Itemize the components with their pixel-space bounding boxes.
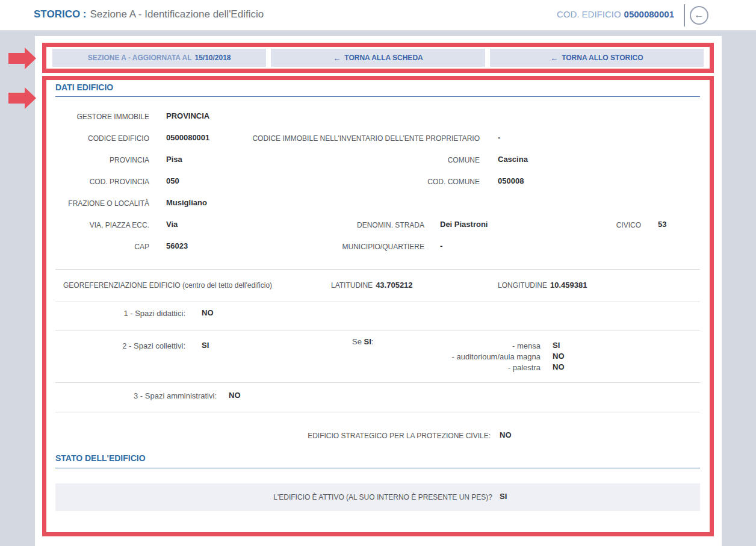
codice-immobile-label: CODICE IMMOBILE NELL'INVENTARIO DELL'ENT… [227, 134, 480, 143]
comune-value: Cascina [498, 155, 528, 164]
municipio-label: MUNICIPIO/QUARTIERE [227, 243, 424, 251]
civico-label: CIVICO [528, 221, 641, 229]
row-divider [55, 330, 700, 330]
cod-comune-value: 050008 [498, 176, 524, 185]
annotation-arrow-icon [8, 87, 36, 109]
tab-torna-allo-storico-label: TORNA ALLO STORICO [562, 54, 643, 62]
municipio-value: - [440, 241, 442, 250]
longitudine-value: 10.459381 [550, 281, 587, 290]
tab-sezione-a-date: 15/10/2018 [194, 54, 231, 62]
tab-sezione-a[interactable]: SEZIONE A - AGGIORNATA AL 15/10/2018 [52, 49, 266, 67]
auditorium-value: NO [553, 352, 565, 361]
back-button[interactable]: ← [690, 6, 708, 25]
cod-provincia-label: COD. PROVINCIA [46, 178, 149, 186]
cap-label: CAP [46, 243, 149, 251]
spazi-didattici-label: 1 - Spazi didattici: [46, 309, 185, 318]
spazi-didattici-value: NO [202, 308, 214, 317]
spazi-collettivi-label: 2 - Spazi collettivi: [46, 341, 185, 350]
cod-comune-label: COD. COMUNE [227, 178, 480, 186]
spazi-amministrativi-label: 3 - Spazi amministrativi: [46, 391, 217, 400]
georef-label: GEOREFERENZIAZIONE EDIFICIO (centro del … [63, 281, 272, 290]
mensa-value: SI [553, 341, 560, 350]
arrow-left-circle-icon: ← [694, 9, 704, 20]
dati-edificio-heading: DATI EDIFICIO [55, 82, 113, 92]
building-code-value: 0500080001 [624, 9, 674, 19]
denom-strada-value: Dei Piastroni [440, 220, 488, 229]
heading-underline [55, 96, 700, 97]
latitudine-field: LATITUDINE43.705212 [331, 281, 413, 290]
annotation-box-tabs: SEZIONE A - AGGIORNATA AL 15/10/2018 ← T… [42, 43, 714, 73]
page-title-prefix: STORICO : [34, 8, 87, 20]
comune-label: COMUNE [227, 156, 480, 164]
row-divider [55, 412, 700, 412]
stato-edificio-heading: STATO DELL'EDIFICIO [55, 453, 146, 463]
page-title: STORICO :Sezione A - Identificazione del… [34, 8, 264, 20]
latitudine-value: 43.705212 [376, 281, 412, 290]
provincia-value: Pisa [166, 155, 182, 164]
row-divider [55, 269, 700, 270]
auditorium-label: - auditorioum/aula magna [347, 352, 541, 361]
provincia-label: PROVINCIA [46, 156, 149, 164]
heading-underline [55, 468, 700, 468]
longitudine-field: LONGITUDINE10.459381 [498, 281, 587, 290]
spazi-amministrativi-value: NO [229, 391, 241, 400]
annotation-arrow-icon [8, 48, 36, 69]
arrow-left-icon: ← [550, 54, 558, 63]
codice-edificio-label: CODICE EDIFICIO [46, 134, 149, 143]
building-code: COD. EDIFICIO0500080001 [557, 9, 674, 19]
latitudine-label: LATITUDINE [331, 281, 373, 290]
row-divider [55, 302, 700, 302]
frazione-value: Musigliano [166, 198, 207, 207]
edificio-attivo-value: SI [500, 492, 507, 501]
codice-immobile-value: - [498, 133, 500, 142]
edificio-attivo-label: L'EDIFICIO È ATTIVO (AL SUO INTERNO È PR… [107, 493, 492, 501]
denom-strada-label: DENOMIN. STRADA [227, 221, 424, 229]
top-header-bar: STORICO :Sezione A - Identificazione del… [0, 0, 756, 31]
via-piazza-value: Via [166, 220, 178, 229]
tab-bar: SEZIONE A - AGGIORNATA AL 15/10/2018 ← T… [46, 47, 710, 69]
page-title-text: Sezione A - Identificazione dell'Edifici… [90, 8, 264, 20]
edificio-strategico-label: EDIFICIO STRATEGICO PER LA PROTEZIONE CI… [107, 432, 491, 440]
palestra-value: NO [553, 362, 565, 371]
spazi-collettivi-value: SI [202, 341, 209, 350]
palestra-label: - palestra [347, 363, 541, 372]
gestore-immobile-label: GESTORE IMMOBILE [46, 113, 149, 121]
arrow-left-icon: ← [333, 54, 341, 63]
tab-torna-alla-scheda-label: TORNA ALLA SCHEDA [344, 54, 423, 62]
gestore-immobile-value: PROVINCIA [166, 111, 209, 120]
tab-torna-allo-storico[interactable]: ← TORNA ALLO STORICO [490, 49, 704, 67]
via-piazza-label: VIA, PIAZZA ECC. [46, 221, 149, 229]
longitudine-label: LONGITUDINE [498, 281, 547, 290]
building-code-label: COD. EDIFICIO [557, 9, 621, 19]
row-divider [55, 382, 700, 383]
cod-provincia-value: 050 [166, 176, 179, 185]
edificio-strategico-value: NO [500, 430, 512, 439]
section-a-content: DATI EDIFICIO GESTORE IMMOBILE PROVINCIA… [46, 80, 710, 532]
civico-value: 53 [658, 220, 666, 229]
cap-value: 56023 [166, 241, 188, 250]
annotation-box-main: DATI EDIFICIO GESTORE IMMOBILE PROVINCIA… [42, 76, 714, 536]
codice-edificio-value: 0500080001 [166, 133, 209, 142]
mensa-label: - mensa [347, 341, 541, 350]
tab-sezione-a-label: SEZIONE A - AGGIORNATA AL [88, 54, 192, 62]
header-divider [684, 4, 685, 26]
tab-torna-alla-scheda[interactable]: ← TORNA ALLA SCHEDA [271, 49, 485, 67]
frazione-label: FRAZIONE O LOCALITÀ [46, 199, 149, 208]
